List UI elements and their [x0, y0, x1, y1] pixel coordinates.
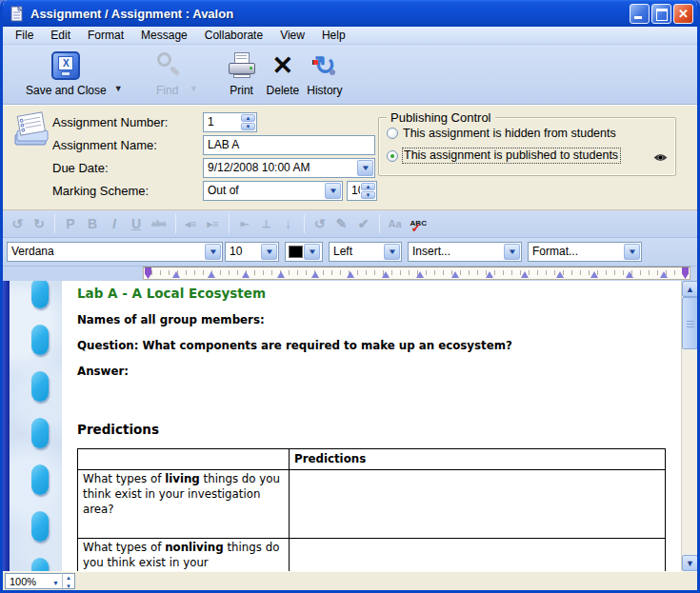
dropdown-arrow-icon[interactable] — [624, 244, 640, 260]
tab-stop-marker-icon[interactable] — [626, 271, 633, 278]
dropdown-arrow-icon[interactable] — [304, 244, 320, 260]
dropdown-arrow-icon[interactable] — [325, 183, 341, 199]
spin-down-icon[interactable] — [361, 191, 375, 199]
format-combobox[interactable]: Format... — [528, 242, 642, 262]
zoom-spinner[interactable] — [62, 573, 74, 590]
due-date-combobox[interactable]: 9/12/2008 10:00 AM — [203, 158, 375, 178]
tab-stop-marker-icon[interactable] — [277, 271, 285, 278]
answer-cell-empty[interactable] — [290, 469, 666, 538]
menu-edit[interactable]: Edit — [42, 28, 79, 44]
minimize-button[interactable] — [630, 4, 650, 24]
save-dropdown-arrow-icon[interactable]: ▼ — [114, 84, 123, 93]
font-family-combobox[interactable]: Verdana — [7, 242, 223, 262]
publishing-control-group: Publishing Control This assignment is hi… — [378, 117, 676, 176]
decrease-indent-icon: ◂≡ — [185, 215, 198, 232]
redo-icon: ↻ — [32, 215, 46, 232]
strikethrough-icon: abc — [151, 215, 167, 232]
spin-up-icon[interactable] — [361, 183, 375, 190]
scroll-up-icon[interactable]: ▲ — [682, 281, 697, 297]
spiral-margin — [10, 281, 62, 571]
radio-selected-icon[interactable] — [387, 150, 398, 162]
plain-text-icon: P — [64, 215, 77, 232]
marking-points-spinner[interactable]: 10 — [347, 181, 377, 201]
find-dropdown-arrow-icon: ▼ — [190, 84, 198, 93]
font-color-combobox[interactable] — [285, 242, 323, 262]
spiral-binding-icon — [31, 558, 49, 571]
dropdown-arrow-icon[interactable] — [205, 244, 221, 260]
radio-hidden-from-students[interactable]: This assignment is hidden from students — [387, 127, 616, 140]
tab-stop-marker-icon[interactable] — [311, 271, 319, 278]
pen-icon: ✎ — [335, 215, 349, 232]
scrollbar-thumb[interactable] — [682, 297, 697, 349]
format-toolbar: ↺ ↻ P B I U abc ◂≡ ▸≡ ⇤ ⊥ ↓ ↺ ✎ ✔ Aa ABC… — [3, 210, 697, 238]
tab-stop-marker-icon[interactable] — [486, 271, 493, 278]
paragraph-answer: Answer: — [77, 365, 675, 378]
close-button[interactable] — [673, 4, 693, 24]
dropdown-arrow-icon[interactable] — [504, 244, 520, 260]
tab-stop-marker-icon[interactable] — [208, 271, 215, 278]
table-header-row: Predictions — [78, 449, 666, 470]
tab-stop-marker-icon[interactable] — [590, 271, 598, 278]
menu-help[interactable]: Help — [313, 28, 354, 44]
save-and-close-button[interactable]: X Save and Close — [26, 49, 107, 97]
document-content[interactable]: Lab A - A Local Ecosystem Names of all g… — [62, 281, 681, 571]
assignment-form: Assignment Number: 1 Assignment Name: LA… — [3, 105, 697, 210]
tab-stop-marker-icon[interactable] — [660, 271, 668, 278]
table-header-empty-cell[interactable] — [78, 449, 290, 470]
scroll-down-icon[interactable]: ▼ — [682, 555, 697, 571]
dropdown-arrow-icon[interactable] — [384, 244, 400, 260]
toolbar-divider — [54, 214, 55, 233]
zoom-dropdown-icon[interactable] — [50, 576, 62, 587]
notebook-spine — [3, 281, 10, 571]
question-nonliving-cell[interactable]: What types of nonliving things do you th… — [78, 538, 290, 571]
increase-indent-icon: ▸≡ — [207, 215, 220, 232]
radio-published-to-students[interactable]: This assignment is published to students — [387, 148, 620, 163]
menu-file[interactable]: File — [7, 28, 42, 44]
tab-stop-marker-icon[interactable] — [347, 271, 354, 278]
print-button[interactable]: Print — [227, 49, 257, 97]
tab-stop-marker-icon[interactable] — [556, 271, 564, 278]
tab-stop-marker-icon[interactable] — [172, 271, 180, 278]
window-title: Assignment / Assignment : Avalon — [30, 7, 630, 21]
marking-scheme-combobox[interactable]: Out of — [203, 181, 343, 201]
menu-view[interactable]: View — [271, 28, 313, 44]
find-icon — [153, 51, 182, 80]
question-living-cell[interactable]: What types of living things do you think… — [78, 469, 290, 538]
spin-down-icon[interactable] — [241, 123, 255, 130]
font-size-combobox[interactable]: 10 — [225, 242, 279, 262]
spin-up-icon[interactable] — [241, 114, 255, 122]
right-indent-marker[interactable] — [682, 267, 689, 279]
dictionary-icon: Aa — [389, 215, 402, 232]
spiral-binding-icon — [31, 465, 49, 495]
left-indent-marker[interactable] — [145, 267, 151, 279]
alignment-combobox[interactable]: Left — [329, 242, 402, 262]
tab-stop-marker-icon[interactable] — [416, 271, 424, 278]
menu-collaborate[interactable]: Collaborate — [196, 28, 271, 44]
tab-stop-marker-icon[interactable] — [242, 271, 250, 278]
answer-cell-empty[interactable] — [290, 538, 666, 571]
document-title: Lab A - A Local Ecosystem — [77, 286, 675, 301]
spiral-binding-icon — [31, 281, 49, 308]
menu-format[interactable]: Format — [79, 28, 132, 44]
vertical-scrollbar[interactable]: ▲ ▼ — [681, 281, 697, 571]
underline-icon: U — [130, 215, 143, 232]
menu-message[interactable]: Message — [132, 28, 196, 44]
arrow-down-icon: ↓ — [282, 215, 295, 232]
tab-stop-marker-icon[interactable] — [451, 271, 459, 278]
history-icon: ↻ — [310, 51, 339, 80]
dropdown-arrow-icon[interactable] — [261, 244, 277, 260]
history-button[interactable]: ↻ History — [307, 49, 342, 97]
radio-icon[interactable] — [387, 128, 398, 139]
dropdown-arrow-icon[interactable] — [357, 160, 373, 176]
zoom-control[interactable]: 100% — [5, 573, 75, 589]
main-toolbar: X Save and Close ▼ Find ▼ Print ✕ Delete… — [3, 45, 697, 105]
spellcheck-icon[interactable]: ABC✓ — [410, 215, 427, 232]
assignment-number-spinner[interactable]: 1 — [203, 112, 257, 132]
delete-button[interactable]: ✕ Delete — [267, 49, 300, 97]
assignment-name-input[interactable]: LAB A — [203, 135, 375, 155]
insert-combobox[interactable]: Insert... — [408, 242, 522, 262]
maximize-button[interactable] — [651, 4, 671, 24]
tab-stop-marker-icon[interactable] — [382, 271, 390, 278]
status-bar: 100% — [3, 571, 697, 590]
tab-stop-marker-icon[interactable] — [521, 271, 529, 278]
